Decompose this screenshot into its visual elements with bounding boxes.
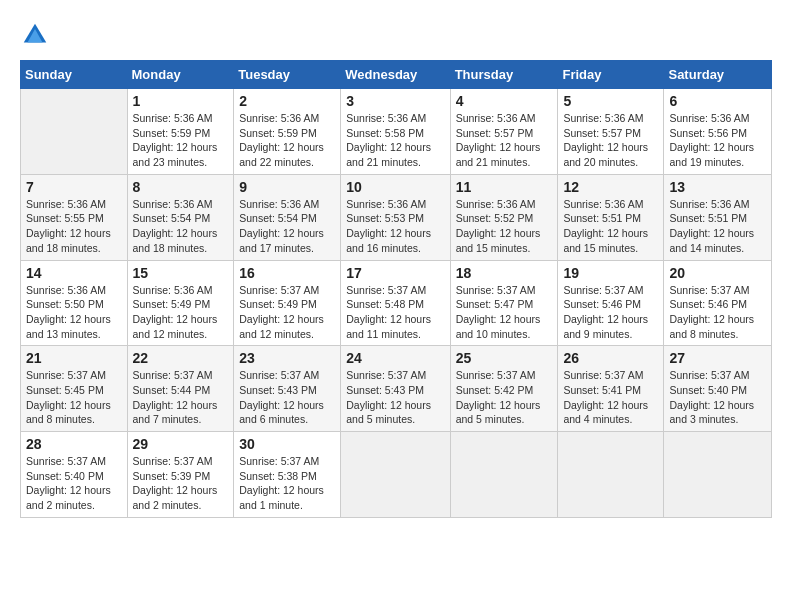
day-number: 11 xyxy=(456,179,553,195)
day-info: Sunrise: 5:37 AM Sunset: 5:42 PM Dayligh… xyxy=(456,368,553,427)
day-number: 10 xyxy=(346,179,444,195)
day-info: Sunrise: 5:37 AM Sunset: 5:48 PM Dayligh… xyxy=(346,283,444,342)
calendar-cell: 18Sunrise: 5:37 AM Sunset: 5:47 PM Dayli… xyxy=(450,260,558,346)
day-number: 22 xyxy=(133,350,229,366)
calendar-cell: 30Sunrise: 5:37 AM Sunset: 5:38 PM Dayli… xyxy=(234,432,341,518)
day-number: 16 xyxy=(239,265,335,281)
day-number: 14 xyxy=(26,265,122,281)
day-number: 3 xyxy=(346,93,444,109)
calendar-cell: 27Sunrise: 5:37 AM Sunset: 5:40 PM Dayli… xyxy=(664,346,772,432)
calendar-cell: 4Sunrise: 5:36 AM Sunset: 5:57 PM Daylig… xyxy=(450,89,558,175)
calendar-cell xyxy=(558,432,664,518)
day-number: 21 xyxy=(26,350,122,366)
day-info: Sunrise: 5:36 AM Sunset: 5:59 PM Dayligh… xyxy=(133,111,229,170)
day-number: 15 xyxy=(133,265,229,281)
day-info: Sunrise: 5:37 AM Sunset: 5:38 PM Dayligh… xyxy=(239,454,335,513)
day-info: Sunrise: 5:37 AM Sunset: 5:47 PM Dayligh… xyxy=(456,283,553,342)
day-info: Sunrise: 5:37 AM Sunset: 5:43 PM Dayligh… xyxy=(346,368,444,427)
day-info: Sunrise: 5:36 AM Sunset: 5:57 PM Dayligh… xyxy=(563,111,658,170)
day-info: Sunrise: 5:37 AM Sunset: 5:43 PM Dayligh… xyxy=(239,368,335,427)
day-number: 25 xyxy=(456,350,553,366)
calendar-cell: 17Sunrise: 5:37 AM Sunset: 5:48 PM Dayli… xyxy=(341,260,450,346)
day-info: Sunrise: 5:36 AM Sunset: 5:57 PM Dayligh… xyxy=(456,111,553,170)
calendar-table: SundayMondayTuesdayWednesdayThursdayFrid… xyxy=(20,60,772,518)
calendar-cell: 1Sunrise: 5:36 AM Sunset: 5:59 PM Daylig… xyxy=(127,89,234,175)
day-info: Sunrise: 5:36 AM Sunset: 5:55 PM Dayligh… xyxy=(26,197,122,256)
day-info: Sunrise: 5:37 AM Sunset: 5:40 PM Dayligh… xyxy=(26,454,122,513)
day-number: 29 xyxy=(133,436,229,452)
day-number: 20 xyxy=(669,265,766,281)
calendar-week-4: 21Sunrise: 5:37 AM Sunset: 5:45 PM Dayli… xyxy=(21,346,772,432)
calendar-cell: 5Sunrise: 5:36 AM Sunset: 5:57 PM Daylig… xyxy=(558,89,664,175)
day-info: Sunrise: 5:37 AM Sunset: 5:40 PM Dayligh… xyxy=(669,368,766,427)
calendar-cell: 14Sunrise: 5:36 AM Sunset: 5:50 PM Dayli… xyxy=(21,260,128,346)
day-info: Sunrise: 5:36 AM Sunset: 5:50 PM Dayligh… xyxy=(26,283,122,342)
day-info: Sunrise: 5:36 AM Sunset: 5:54 PM Dayligh… xyxy=(239,197,335,256)
day-info: Sunrise: 5:37 AM Sunset: 5:39 PM Dayligh… xyxy=(133,454,229,513)
calendar-week-2: 7Sunrise: 5:36 AM Sunset: 5:55 PM Daylig… xyxy=(21,174,772,260)
day-number: 13 xyxy=(669,179,766,195)
calendar-cell: 20Sunrise: 5:37 AM Sunset: 5:46 PM Dayli… xyxy=(664,260,772,346)
header-sunday: Sunday xyxy=(21,61,128,89)
day-info: Sunrise: 5:36 AM Sunset: 5:59 PM Dayligh… xyxy=(239,111,335,170)
day-info: Sunrise: 5:37 AM Sunset: 5:41 PM Dayligh… xyxy=(563,368,658,427)
day-info: Sunrise: 5:37 AM Sunset: 5:44 PM Dayligh… xyxy=(133,368,229,427)
day-number: 4 xyxy=(456,93,553,109)
calendar-cell: 7Sunrise: 5:36 AM Sunset: 5:55 PM Daylig… xyxy=(21,174,128,260)
calendar-cell: 29Sunrise: 5:37 AM Sunset: 5:39 PM Dayli… xyxy=(127,432,234,518)
header-tuesday: Tuesday xyxy=(234,61,341,89)
day-info: Sunrise: 5:36 AM Sunset: 5:56 PM Dayligh… xyxy=(669,111,766,170)
calendar-week-5: 28Sunrise: 5:37 AM Sunset: 5:40 PM Dayli… xyxy=(21,432,772,518)
day-number: 28 xyxy=(26,436,122,452)
calendar-cell: 9Sunrise: 5:36 AM Sunset: 5:54 PM Daylig… xyxy=(234,174,341,260)
day-number: 8 xyxy=(133,179,229,195)
day-number: 6 xyxy=(669,93,766,109)
header-friday: Friday xyxy=(558,61,664,89)
day-number: 19 xyxy=(563,265,658,281)
calendar-cell: 15Sunrise: 5:36 AM Sunset: 5:49 PM Dayli… xyxy=(127,260,234,346)
calendar-header-row: SundayMondayTuesdayWednesdayThursdayFrid… xyxy=(21,61,772,89)
day-number: 7 xyxy=(26,179,122,195)
header-saturday: Saturday xyxy=(664,61,772,89)
calendar-week-3: 14Sunrise: 5:36 AM Sunset: 5:50 PM Dayli… xyxy=(21,260,772,346)
calendar-cell: 3Sunrise: 5:36 AM Sunset: 5:58 PM Daylig… xyxy=(341,89,450,175)
calendar-cell xyxy=(21,89,128,175)
day-number: 5 xyxy=(563,93,658,109)
calendar-cell: 19Sunrise: 5:37 AM Sunset: 5:46 PM Dayli… xyxy=(558,260,664,346)
day-number: 27 xyxy=(669,350,766,366)
day-info: Sunrise: 5:37 AM Sunset: 5:46 PM Dayligh… xyxy=(563,283,658,342)
day-number: 24 xyxy=(346,350,444,366)
day-number: 23 xyxy=(239,350,335,366)
calendar-cell xyxy=(341,432,450,518)
calendar-cell: 28Sunrise: 5:37 AM Sunset: 5:40 PM Dayli… xyxy=(21,432,128,518)
calendar-cell: 6Sunrise: 5:36 AM Sunset: 5:56 PM Daylig… xyxy=(664,89,772,175)
day-info: Sunrise: 5:36 AM Sunset: 5:51 PM Dayligh… xyxy=(669,197,766,256)
day-info: Sunrise: 5:37 AM Sunset: 5:49 PM Dayligh… xyxy=(239,283,335,342)
day-number: 30 xyxy=(239,436,335,452)
calendar-cell: 11Sunrise: 5:36 AM Sunset: 5:52 PM Dayli… xyxy=(450,174,558,260)
day-number: 9 xyxy=(239,179,335,195)
header-wednesday: Wednesday xyxy=(341,61,450,89)
day-info: Sunrise: 5:36 AM Sunset: 5:58 PM Dayligh… xyxy=(346,111,444,170)
day-number: 17 xyxy=(346,265,444,281)
calendar-cell: 25Sunrise: 5:37 AM Sunset: 5:42 PM Dayli… xyxy=(450,346,558,432)
day-info: Sunrise: 5:36 AM Sunset: 5:53 PM Dayligh… xyxy=(346,197,444,256)
calendar-cell xyxy=(450,432,558,518)
calendar-cell: 22Sunrise: 5:37 AM Sunset: 5:44 PM Dayli… xyxy=(127,346,234,432)
day-info: Sunrise: 5:37 AM Sunset: 5:46 PM Dayligh… xyxy=(669,283,766,342)
day-info: Sunrise: 5:36 AM Sunset: 5:51 PM Dayligh… xyxy=(563,197,658,256)
day-number: 18 xyxy=(456,265,553,281)
header-thursday: Thursday xyxy=(450,61,558,89)
day-info: Sunrise: 5:37 AM Sunset: 5:45 PM Dayligh… xyxy=(26,368,122,427)
calendar-cell: 8Sunrise: 5:36 AM Sunset: 5:54 PM Daylig… xyxy=(127,174,234,260)
calendar-cell: 10Sunrise: 5:36 AM Sunset: 5:53 PM Dayli… xyxy=(341,174,450,260)
calendar-cell: 12Sunrise: 5:36 AM Sunset: 5:51 PM Dayli… xyxy=(558,174,664,260)
day-number: 2 xyxy=(239,93,335,109)
calendar-cell: 16Sunrise: 5:37 AM Sunset: 5:49 PM Dayli… xyxy=(234,260,341,346)
calendar-cell: 13Sunrise: 5:36 AM Sunset: 5:51 PM Dayli… xyxy=(664,174,772,260)
day-info: Sunrise: 5:36 AM Sunset: 5:49 PM Dayligh… xyxy=(133,283,229,342)
calendar-week-1: 1Sunrise: 5:36 AM Sunset: 5:59 PM Daylig… xyxy=(21,89,772,175)
calendar-cell: 2Sunrise: 5:36 AM Sunset: 5:59 PM Daylig… xyxy=(234,89,341,175)
day-number: 1 xyxy=(133,93,229,109)
day-number: 26 xyxy=(563,350,658,366)
